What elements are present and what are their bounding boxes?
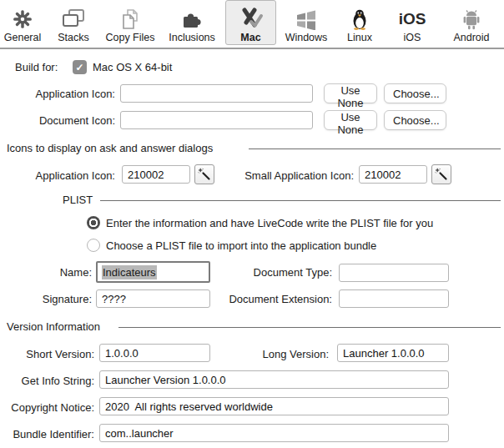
document-extension-field[interactable]: [339, 289, 449, 308]
tab-label: Copy Files: [105, 31, 154, 44]
copyright-notice-label: Copyright Notice:: [2, 401, 94, 415]
plist-section-header: PLIST: [63, 194, 93, 207]
tab-label: Inclusions: [169, 31, 215, 44]
tab-label: Stacks: [58, 31, 89, 44]
small-application-icon-field[interactable]: [359, 165, 427, 184]
plist-write-radio-label[interactable]: Enter the information and have LiveCode …: [106, 217, 433, 230]
tab-stacks[interactable]: Stacks: [52, 1, 95, 44]
tab-label: General: [4, 31, 41, 44]
plist-write-radio[interactable]: [87, 216, 100, 229]
application-icon-field[interactable]: [120, 84, 313, 103]
standalone-settings-mac-pane: General Stacks Copy Files: [0, 0, 504, 448]
tab-general[interactable]: General: [0, 1, 45, 44]
signature-field[interactable]: [96, 289, 210, 308]
tab-linux[interactable]: Linux: [338, 1, 381, 44]
name-field[interactable]: Indicateurs: [96, 261, 210, 283]
magic-wand-icon: [435, 168, 448, 181]
magic-wand-icon: [198, 168, 211, 181]
windows-icon: [295, 3, 317, 30]
dialog-icons-section-line: [249, 148, 501, 149]
tab-label: iOS: [404, 31, 421, 44]
document-icon-field[interactable]: [120, 111, 313, 129]
name-label: Name:: [2, 266, 92, 279]
long-version-field[interactable]: [337, 344, 449, 362]
signature-label: Signature:: [2, 293, 92, 306]
get-info-string-label: Get Info String:: [2, 375, 94, 388]
get-info-string-field[interactable]: [99, 370, 449, 389]
plist-import-radio-label[interactable]: Choose a PLIST file to import into the a…: [106, 239, 376, 253]
document-type-label: Document Type:: [213, 266, 332, 279]
tab-android[interactable]: Android: [446, 1, 497, 44]
tab-windows[interactable]: Windows: [280, 1, 333, 44]
dialog-application-icon-field[interactable]: [122, 165, 190, 184]
bundle-identifier-field[interactable]: [99, 424, 449, 442]
document-type-field[interactable]: [339, 264, 449, 282]
application-icon-use-none-button[interactable]: Use None: [324, 83, 377, 103]
bundle-identifier-label: Bundle Identifier:: [2, 428, 94, 441]
platform-toolbar: General Stacks Copy Files: [0, 0, 504, 47]
build-for-label: Build for:: [15, 61, 58, 74]
small-application-icon-label: Small Application Icon:: [234, 169, 354, 183]
name-field-selected-text: Indicateurs: [102, 265, 157, 279]
long-version-label: Long Version:: [234, 348, 329, 361]
copy-files-icon: [120, 3, 140, 30]
tab-inclusions[interactable]: Inclusions: [162, 1, 222, 44]
tab-label: Android: [453, 31, 489, 44]
toolbar-divider: [0, 48, 504, 49]
mac-64bit-checkbox[interactable]: ✓: [73, 60, 87, 74]
dialog-application-icon-label: Application Icon:: [7, 169, 115, 183]
application-icon-wand-button[interactable]: [194, 164, 214, 184]
tab-label: Linux: [347, 31, 372, 44]
copyright-notice-field[interactable]: [99, 397, 449, 415]
document-icon-label: Document Icon:: [7, 114, 115, 128]
document-icon-use-none-button[interactable]: Use None: [324, 110, 377, 130]
linux-penguin-icon: [350, 3, 369, 30]
tab-copy-files[interactable]: Copy Files: [98, 1, 162, 44]
tab-ios[interactable]: iOS iOS: [392, 1, 432, 44]
plist-section-line: [100, 200, 501, 201]
ios-icon: iOS: [399, 3, 426, 30]
gear-icon: [12, 3, 33, 30]
application-icon-label: Application Icon:: [7, 88, 115, 101]
plist-import-radio[interactable]: [87, 239, 100, 252]
mac-64bit-checkbox-label[interactable]: Mac OS X 64-bit: [93, 61, 172, 74]
tab-mac[interactable]: Mac: [225, 0, 276, 45]
stacks-icon: [62, 3, 85, 30]
document-extension-label: Document Extension:: [213, 293, 332, 306]
tab-label: Windows: [285, 31, 328, 44]
short-version-label: Short Version:: [2, 348, 94, 361]
dialog-icons-section-header: Icons to display on ask and answer dialo…: [7, 142, 213, 155]
tab-label: Mac: [240, 31, 260, 44]
small-application-icon-wand-button[interactable]: [431, 164, 451, 184]
mac-x-icon: [239, 3, 264, 30]
version-section-line: [118, 327, 501, 328]
document-icon-choose-button[interactable]: Choose...: [384, 110, 446, 130]
android-icon: [461, 3, 481, 30]
application-icon-choose-button[interactable]: Choose...: [384, 83, 446, 103]
version-section-header: Version Information: [7, 320, 100, 334]
puzzle-icon: [180, 3, 204, 30]
short-version-field[interactable]: [99, 344, 210, 362]
